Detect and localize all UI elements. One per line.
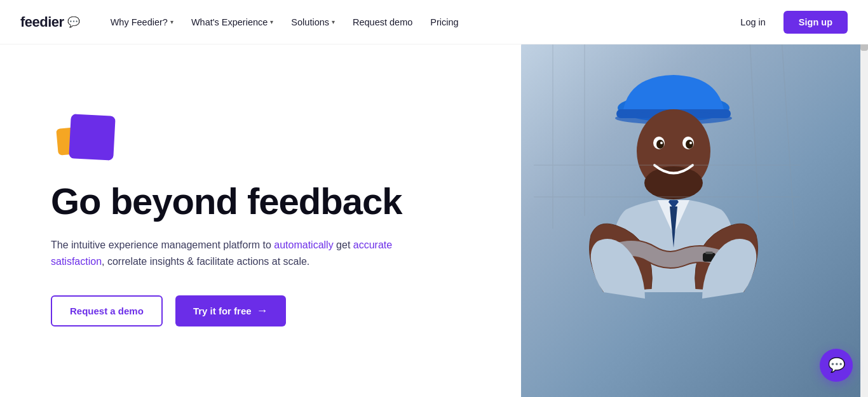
chevron-down-icon: ▾ <box>270 18 273 25</box>
svg-point-5 <box>644 166 703 199</box>
nav-item-solutions[interactable]: Solutions ▾ <box>283 12 342 32</box>
navbar: feedier 💬 Why Feedier? ▾ What's Experien… <box>0 0 868 44</box>
hero-image-area <box>521 44 868 397</box>
logo[interactable]: feedier 💬 <box>20 14 80 30</box>
hero-left: Go beyond feedback The intuitive experie… <box>0 44 521 397</box>
svg-line-17 <box>782 44 794 229</box>
hero-title: Go beyond feedback <box>51 181 483 222</box>
nav-item-request-demo[interactable]: Request demo <box>345 12 420 32</box>
hero-buttons: Request a demo Try it for free → <box>51 295 483 326</box>
try-free-button[interactable]: Try it for free → <box>175 295 286 326</box>
subtitle-highlight-2: accurate satisfaction <box>51 239 392 267</box>
chevron-down-icon: ▾ <box>170 18 173 25</box>
nav-item-whats-experience[interactable]: What's Experience ▾ <box>184 12 281 32</box>
chat-widget[interactable]: 💬 <box>820 349 853 382</box>
request-demo-button[interactable]: Request a demo <box>51 295 163 326</box>
svg-point-10 <box>660 142 663 144</box>
logo-bubble-icon: 💬 <box>67 16 80 28</box>
svg-point-11 <box>689 142 692 144</box>
hero-subtitle: The intuitive experience management plat… <box>51 237 394 271</box>
purple-shape <box>69 114 116 161</box>
subtitle-highlight-1: automatically <box>274 239 333 250</box>
signup-button[interactable]: Sign up <box>783 11 848 34</box>
nav-item-pricing[interactable]: Pricing <box>423 12 466 32</box>
svg-point-8 <box>656 140 664 149</box>
brand-name: feedier <box>20 14 64 30</box>
svg-point-9 <box>686 140 693 149</box>
chat-icon: 💬 <box>828 357 845 373</box>
login-button[interactable]: Log in <box>733 12 773 32</box>
nav-links: Why Feedier? ▾ What's Experience ▾ Solut… <box>103 12 733 32</box>
nav-item-why-feedier[interactable]: Why Feedier? ▾ <box>103 12 181 32</box>
svg-rect-13 <box>705 252 713 254</box>
hero-person-image <box>534 44 868 397</box>
chevron-down-icon: ▾ <box>332 18 335 25</box>
hero-section: Go beyond feedback The intuitive experie… <box>0 44 868 397</box>
arrow-icon: → <box>257 304 268 318</box>
nav-actions: Log in Sign up <box>733 11 848 34</box>
hero-decoration <box>51 115 114 166</box>
scrollbar[interactable] <box>860 0 868 397</box>
svg-line-16 <box>750 44 759 229</box>
